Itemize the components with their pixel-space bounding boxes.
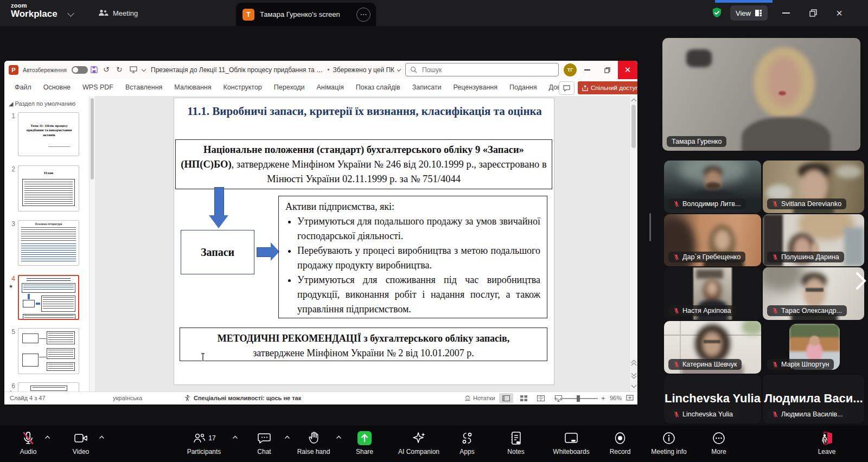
ribbon-tab-view[interactable]: Подання — [503, 84, 542, 91]
next-page-chevron-icon[interactable] — [855, 271, 867, 291]
notes-icon — [510, 431, 522, 445]
document-title: Презентація до Лекції 11_Облік процесу п… — [151, 61, 400, 79]
tab-shared-screen[interactable]: T Тамара Гуренко's screen ⋯ — [236, 3, 376, 26]
tab-options-icon[interactable]: ⋯ — [356, 8, 371, 22]
fit-to-window-icon[interactable] — [626, 394, 634, 401]
slide-thumbnail-3[interactable]: Основна література — [18, 220, 79, 266]
video-tile[interactable]: Тарас Олександр... — [763, 267, 864, 320]
quick-access-more-icon[interactable] — [142, 67, 146, 72]
slide-thumbnail-6[interactable] — [18, 382, 79, 392]
ribbon-tab-design[interactable]: Конструктор — [218, 84, 268, 91]
autosave-toggle[interactable] — [72, 66, 88, 74]
video-tile[interactable]: Svitlana Derevianko — [763, 161, 864, 213]
ribbon-tab-file[interactable]: Файл — [9, 84, 37, 91]
share-presentation-button[interactable]: Спільний доступ — [578, 81, 637, 94]
panel-scrollbar[interactable] — [90, 96, 95, 392]
video-tile[interactable]: Марія Шпортун — [763, 321, 864, 374]
zoom-in-icon[interactable]: + — [601, 394, 605, 402]
view-button[interactable]: View — [730, 5, 768, 21]
ppt-minimize-button[interactable] — [577, 61, 597, 79]
ribbon-tab-slideshow[interactable]: Показ слайдів — [350, 84, 406, 91]
share-button[interactable]: Share — [335, 430, 394, 455]
ribbon-tab-animations[interactable]: Анімація — [310, 84, 349, 91]
ribbon-tab-home[interactable]: Основне — [37, 84, 76, 91]
save-icon[interactable] — [90, 66, 98, 74]
notes-button[interactable]: Notes — [486, 430, 546, 455]
ppt-close-button[interactable]: ✕ — [618, 61, 637, 79]
undo-icon[interactable]: ↺ — [103, 65, 110, 74]
video-tile-main-speaker[interactable]: Тамара Гуренко — [662, 38, 860, 151]
video-options-chevron[interactable] — [99, 435, 105, 439]
notes-toggle[interactable]: Нотатки — [464, 395, 495, 401]
assets-heading: Активи підприємства, які: — [285, 200, 540, 214]
ai-companion-label: AI Companion — [398, 448, 439, 455]
audio-button[interactable]: Audio — [0, 430, 58, 455]
video-tile-camera-off[interactable]: Людмила Васи... Людмила Василів... — [763, 375, 864, 424]
account-avatar[interactable]: ТГ — [564, 63, 577, 76]
comments-button[interactable] — [559, 81, 575, 95]
video-tile[interactable]: Полушина Дарина — [763, 214, 864, 266]
zapasy-box: Запаси — [181, 230, 254, 274]
ppt-restore-button[interactable] — [597, 61, 617, 79]
notes-label: Notes — [507, 448, 524, 455]
slide-thumbnail-1[interactable]: Тема 11: Облік процесу придбання та вико… — [18, 112, 79, 156]
search-icon — [410, 66, 417, 73]
video-tile[interactable]: Дар`я Гребещенко — [664, 214, 761, 266]
whiteboard-icon — [564, 432, 579, 445]
accessibility-status[interactable]: Спеціальні можливості: щось не так — [184, 395, 301, 401]
video-tile[interactable]: Володимир Литв... — [664, 161, 761, 213]
slide-scrollbar[interactable] — [629, 96, 637, 392]
close-button[interactable]: × — [827, 0, 852, 26]
scroll-up-icon[interactable] — [631, 99, 637, 104]
slide-thumbnail-panel: ◢ Раздел по умолчанию 1 Тема 11: Облік п… — [4, 96, 90, 392]
video-tile[interactable]: Настя Архіпова — [664, 267, 761, 320]
more-button[interactable]: More — [689, 430, 749, 455]
zoom-slider-thumb[interactable] — [577, 395, 580, 402]
scrollbar-thumb[interactable] — [631, 105, 636, 148]
ribbon-tab-draw[interactable]: Малювання — [168, 84, 217, 91]
ribbon-tab-record[interactable]: Записати — [406, 84, 448, 91]
zoom-level[interactable]: 96% — [610, 395, 622, 401]
chat-icon — [257, 432, 271, 445]
muted-mic-icon — [772, 254, 778, 260]
minimize-button[interactable] — [774, 0, 799, 26]
audio-options-chevron[interactable] — [44, 435, 50, 439]
search-input[interactable] — [421, 66, 532, 74]
participant-big-name: Linchevska Yulia — [664, 392, 761, 406]
search-box[interactable] — [405, 63, 559, 76]
ribbon-tab-review[interactable]: Рецензування — [448, 84, 503, 91]
slide-thumbnail-5[interactable] — [18, 328, 79, 374]
saved-status[interactable]: Збережено у цей ПК — [333, 66, 395, 74]
tab-meeting[interactable]: Meeting — [98, 0, 138, 26]
section-header[interactable]: ◢ Раздел по умолчанию — [9, 100, 75, 107]
slide-thumbnail-4-selected[interactable] — [18, 275, 79, 320]
previous-slide-icon2[interactable] — [631, 363, 637, 368]
ribbon-tab-transitions[interactable]: Переходи — [268, 84, 311, 91]
zoom-out-icon[interactable]: − — [554, 394, 558, 402]
scroll-down-icon[interactable] — [631, 383, 637, 388]
video-button[interactable]: Video — [51, 430, 111, 455]
reading-view-button[interactable] — [534, 393, 548, 403]
participants-button[interactable]: 17 Participants — [174, 430, 234, 455]
ribbon-tab-insert[interactable]: Вставлення — [119, 84, 168, 91]
more-label: More — [711, 448, 726, 455]
chevron-down-icon[interactable] — [67, 10, 74, 17]
start-presentation-icon[interactable] — [130, 66, 137, 73]
video-tile-camera-off[interactable]: Linchevska Yulia Linchevska Yulia — [664, 375, 761, 424]
next-slide-icon2[interactable] — [631, 374, 637, 379]
slide-thumbnail-2[interactable]: План — [18, 165, 79, 211]
muted-mic-icon — [772, 307, 778, 314]
participant-name-label: Марія Шпортун — [767, 359, 834, 370]
strip-scrollbar[interactable] — [649, 213, 651, 241]
ribbon-tab-wps-pdf[interactable]: WPS PDF — [76, 84, 119, 91]
redo-icon[interactable]: ↻ — [116, 65, 123, 74]
leave-button[interactable]: Leave — [797, 430, 857, 455]
current-slide[interactable]: 11.1. Виробничі запаси, критерії їх визн… — [174, 98, 554, 385]
language-indicator[interactable]: українська — [113, 395, 142, 401]
slide-sorter-view-button[interactable] — [516, 393, 531, 403]
restore-button[interactable] — [801, 0, 826, 26]
security-shield-icon[interactable] — [711, 7, 723, 19]
video-tile[interactable]: Катерина Шевчук — [664, 321, 761, 374]
normal-view-button[interactable] — [499, 393, 513, 403]
muted-mic-icon — [673, 307, 680, 314]
